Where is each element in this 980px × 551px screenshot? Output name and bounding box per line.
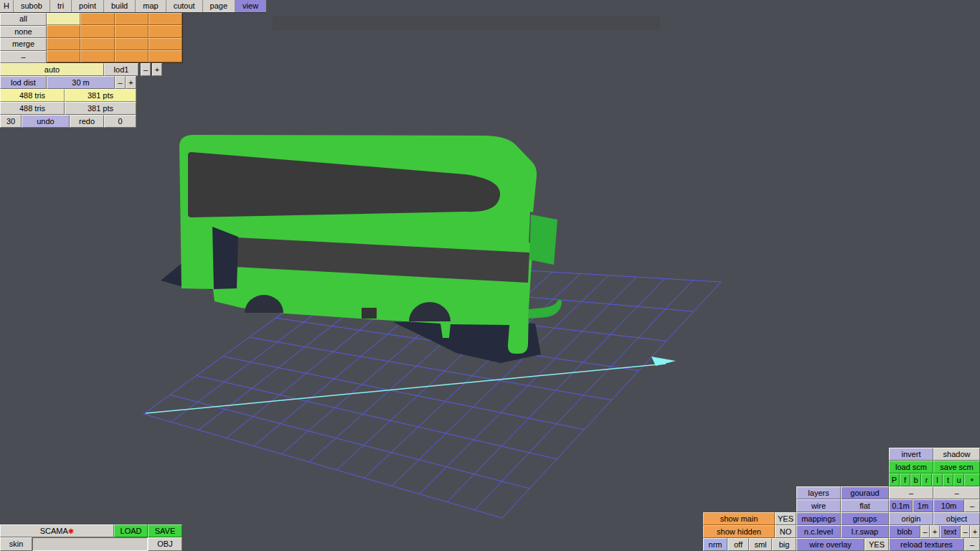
- show-hidden-button[interactable]: show hidden: [703, 525, 775, 538]
- model-name-field[interactable]: SCAMA✱: [0, 524, 114, 537]
- load-scm-button[interactable]: load scm: [889, 461, 933, 474]
- subobject-cell[interactable]: [47, 38, 80, 50]
- mappings-button[interactable]: mappings: [796, 512, 841, 525]
- menu-item-cutout[interactable]: cutout: [166, 0, 203, 12]
- select-all-button[interactable]: all: [0, 13, 47, 26]
- undo-button[interactable]: undo: [22, 115, 70, 128]
- subobject-cell[interactable]: [80, 25, 114, 37]
- lod-minus-button[interactable]: –: [141, 63, 151, 76]
- obj-export-button[interactable]: OBJ: [148, 537, 182, 551]
- dash-button-3[interactable]: –: [964, 499, 980, 512]
- nc-level-button[interactable]: n.c.level: [796, 525, 841, 538]
- subobject-cell[interactable]: [115, 25, 149, 37]
- view-dot-button[interactable]: ●: [964, 474, 980, 486]
- reload-textures-button[interactable]: reload textures: [889, 538, 964, 551]
- menu-item-h[interactable]: H: [0, 0, 14, 12]
- modified-indicator: ✱: [68, 527, 74, 535]
- subobject-cell[interactable]: [115, 13, 149, 25]
- dash-button-1[interactable]: –: [889, 486, 933, 499]
- subobject-cell[interactable]: [115, 50, 149, 62]
- invert-button[interactable]: invert: [889, 448, 933, 461]
- menu-item-page[interactable]: page: [203, 0, 235, 12]
- dash-button-4[interactable]: –: [964, 538, 980, 551]
- menu-item-subob[interactable]: subob: [14, 0, 50, 12]
- show-hidden-value[interactable]: NO: [775, 525, 796, 538]
- wire-button[interactable]: wire: [796, 499, 841, 512]
- subobject-cell[interactable]: [149, 50, 182, 62]
- show-main-value[interactable]: YES: [775, 512, 796, 525]
- skin-button[interactable]: skin: [0, 537, 32, 551]
- undo-count: 30: [0, 115, 22, 128]
- nrm-button[interactable]: nrm: [703, 538, 727, 551]
- subobject-cell[interactable]: [149, 13, 182, 25]
- subobject-cell[interactable]: [80, 38, 114, 50]
- text-button[interactable]: text: [940, 525, 961, 538]
- model-name: SCAMA: [40, 527, 68, 535]
- view-u-button[interactable]: u: [953, 474, 964, 486]
- save-scm-button[interactable]: save scm: [933, 461, 980, 474]
- lod-plus-button[interactable]: +: [152, 63, 162, 76]
- lr-swap-button[interactable]: l.r.swap: [841, 525, 889, 538]
- lod-dist-minus-button[interactable]: –: [115, 76, 126, 89]
- layers-button[interactable]: layers: [796, 486, 841, 499]
- subobject-cell[interactable]: [47, 50, 80, 62]
- blob-button[interactable]: blob: [889, 525, 920, 538]
- blob-plus-button[interactable]: +: [930, 525, 940, 538]
- view-p-button[interactable]: P: [889, 474, 900, 486]
- subobject-cell[interactable]: [80, 50, 114, 62]
- view-l-button[interactable]: l: [932, 474, 943, 486]
- nrm-sml-button[interactable]: sml: [749, 538, 772, 551]
- groups-button[interactable]: groups: [841, 512, 889, 525]
- menu-item-map[interactable]: map: [136, 0, 166, 12]
- menu-item-build[interactable]: build: [104, 0, 136, 12]
- subobject-cell[interactable]: [47, 25, 80, 37]
- wire-overlay-button[interactable]: wire overlay: [796, 538, 864, 551]
- lod-dist-value[interactable]: 30 m: [47, 76, 115, 89]
- selection-dash-button[interactable]: –: [0, 51, 47, 64]
- subobject-grid: [47, 13, 183, 63]
- wire-overlay-value[interactable]: YES: [864, 538, 889, 551]
- lod-auto-button[interactable]: auto: [0, 63, 104, 76]
- show-main-button[interactable]: show main: [703, 512, 775, 525]
- redo-button[interactable]: redo: [70, 115, 104, 128]
- object-button[interactable]: object: [933, 512, 980, 525]
- nrm-big-button[interactable]: big: [772, 538, 796, 551]
- body-gap: [212, 227, 238, 289]
- 3d-viewport[interactable]: [0, 0, 980, 551]
- view-r-button[interactable]: r: [921, 474, 932, 486]
- dash-button-2[interactable]: –: [933, 486, 980, 499]
- blob-minus-button[interactable]: –: [920, 525, 930, 538]
- subobject-cell[interactable]: [115, 38, 149, 50]
- menu-item-point[interactable]: point: [72, 0, 104, 12]
- view-b-button[interactable]: b: [910, 474, 921, 486]
- load-button[interactable]: LOAD: [114, 524, 148, 537]
- snap-1m-button[interactable]: 1m: [913, 499, 933, 512]
- view-t-button[interactable]: t: [943, 474, 953, 486]
- snap-0.1m-button[interactable]: 0.1m: [889, 499, 913, 512]
- save-button[interactable]: SAVE: [148, 524, 182, 537]
- subobject-cell[interactable]: [80, 13, 114, 25]
- skin-value-field[interactable]: [32, 537, 148, 551]
- menu-item-tri[interactable]: tri: [50, 0, 72, 12]
- gouraud-button[interactable]: gouraud: [841, 486, 889, 499]
- text-plus-button[interactable]: +: [970, 525, 980, 538]
- shadow-button[interactable]: shadow: [933, 448, 980, 461]
- subobject-cell[interactable]: [149, 25, 182, 37]
- subobject-cell[interactable]: [149, 38, 182, 50]
- subobject-cell[interactable]: [47, 13, 80, 25]
- flat-button[interactable]: flat: [841, 499, 889, 512]
- side-hatch: [362, 308, 377, 319]
- text-minus-button[interactable]: –: [961, 525, 970, 538]
- lod-dist-plus-button[interactable]: +: [126, 76, 136, 89]
- menu-item-view[interactable]: view: [235, 0, 266, 12]
- select-none-button[interactable]: none: [0, 26, 47, 39]
- lod1-button[interactable]: lod1: [104, 63, 138, 76]
- origin-button[interactable]: origin: [889, 512, 933, 525]
- view-f-button[interactable]: f: [900, 474, 910, 486]
- nrm-off-button[interactable]: off: [727, 538, 749, 551]
- snap-10m-button[interactable]: 10m: [933, 499, 964, 512]
- lod-dist-label: lod dist: [0, 76, 47, 89]
- merge-button[interactable]: merge: [0, 38, 47, 51]
- selection-buttons: all none merge –: [0, 13, 47, 63]
- menu-bar: H subob tri point build map cutout page …: [0, 0, 266, 13]
